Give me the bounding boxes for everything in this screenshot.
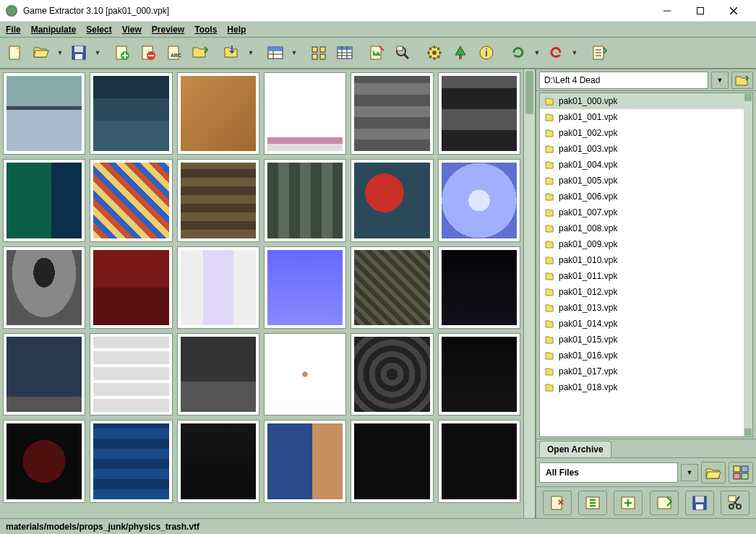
open-folder-button[interactable] <box>701 462 726 483</box>
file-filter[interactable]: All Files <box>539 462 678 483</box>
thumbnail-item[interactable] <box>264 246 346 329</box>
thumbnail-item[interactable] <box>90 420 172 502</box>
menu-view[interactable]: View <box>122 25 142 35</box>
rotate-left-button[interactable] <box>544 40 568 65</box>
table-view-button[interactable] <box>263 40 288 65</box>
remove-file-button[interactable] <box>136 40 160 65</box>
scrollbar-thumb[interactable] <box>744 94 752 101</box>
action-3-button[interactable] <box>614 491 643 515</box>
file-row[interactable]: pak01_003.vpk <box>540 141 752 157</box>
action-4-button[interactable] <box>650 491 679 515</box>
grid-color-button[interactable] <box>729 462 753 483</box>
properties-button[interactable] <box>587 40 611 65</box>
file-row[interactable]: pak01_016.vpk <box>540 348 752 363</box>
thumbnail-item[interactable] <box>264 420 346 502</box>
thumbnail-item[interactable] <box>351 420 433 502</box>
file-row[interactable]: pak01_005.vpk <box>540 173 752 189</box>
preview-button[interactable] <box>364 40 389 65</box>
add-file-button[interactable] <box>110 40 134 65</box>
tree-button[interactable] <box>448 40 473 65</box>
file-row[interactable]: pak01_006.vpk <box>540 189 752 204</box>
scrollbar-thumb[interactable] <box>525 71 533 114</box>
save-disk-button[interactable] <box>66 40 91 65</box>
thumbnail-item[interactable] <box>351 246 433 329</box>
file-row[interactable]: pak01_017.vpk <box>540 363 752 379</box>
file-row[interactable]: pak01_002.vpk <box>540 125 752 141</box>
thumbnail-item[interactable] <box>438 333 520 415</box>
menu-select[interactable]: Select <box>86 25 111 35</box>
toolbar-dropdown[interactable]: ▼ <box>55 40 65 65</box>
thumbnail-item[interactable] <box>351 72 433 155</box>
thumbnail-item[interactable] <box>438 159 520 241</box>
extract-button[interactable] <box>220 40 244 65</box>
scrollbar-thumb[interactable] <box>744 429 752 436</box>
thumbnail-item[interactable] <box>177 159 259 241</box>
menu-preview[interactable]: Preview <box>152 25 184 35</box>
menu-tools[interactable]: Tools <box>194 25 217 35</box>
file-row[interactable]: pak01_011.vpk <box>540 268 752 284</box>
thumbnail-item[interactable] <box>438 420 520 502</box>
file-row[interactable]: pak01_012.vpk <box>540 284 752 300</box>
file-list-scrollbar[interactable] <box>744 93 752 436</box>
menu-manipulate[interactable]: Manipulate <box>31 25 77 35</box>
file-row[interactable]: pak01_000.vpk <box>540 93 752 109</box>
thumbnail-item[interactable] <box>3 420 85 502</box>
import-folder-button[interactable] <box>188 40 212 65</box>
thumbnail-item[interactable] <box>438 246 520 329</box>
thumbnail-item[interactable] <box>438 72 520 155</box>
filter-dropdown[interactable]: ▼ <box>681 464 698 481</box>
thumbnail-item[interactable] <box>3 246 85 329</box>
gear-yellow-button[interactable] <box>422 40 447 65</box>
file-row[interactable]: pak01_008.vpk <box>540 220 752 236</box>
list-view-button[interactable] <box>332 40 357 65</box>
thumbnail-item[interactable] <box>351 333 433 415</box>
menu-file[interactable]: File <box>6 25 21 35</box>
toolbar-dropdown[interactable]: ▼ <box>570 40 580 65</box>
path-input[interactable]: D:\Left 4 Dead <box>539 72 708 89</box>
menu-help[interactable]: Help <box>227 25 246 35</box>
file-row[interactable]: pak01_010.vpk <box>540 252 752 268</box>
action-2-button[interactable] <box>578 491 607 515</box>
path-dropdown[interactable]: ▼ <box>711 72 729 89</box>
info-button[interactable]: i <box>474 40 499 65</box>
thumbnail-item[interactable] <box>3 159 85 241</box>
thumbnail-item[interactable] <box>90 72 172 155</box>
thumbnail-item[interactable] <box>3 333 85 415</box>
thumbnail-item[interactable] <box>264 333 346 415</box>
toolbar-dropdown[interactable]: ▼ <box>93 40 103 65</box>
thumbnail-item[interactable] <box>90 159 172 241</box>
rotate-right-button[interactable] <box>506 40 531 65</box>
file-row[interactable]: pak01_018.vpk <box>540 379 752 395</box>
thumbnail-item[interactable] <box>351 159 433 241</box>
maximize-button[interactable] <box>684 0 717 22</box>
thumbnail-item[interactable] <box>90 333 172 415</box>
thumbnail-item[interactable] <box>3 72 85 155</box>
toolbar-dropdown[interactable]: ▼ <box>246 40 256 65</box>
thumbnail-item[interactable] <box>177 420 259 502</box>
new-archive-button[interactable] <box>3 40 27 65</box>
file-row[interactable]: pak01_007.vpk <box>540 204 752 220</box>
close-button[interactable] <box>717 0 750 22</box>
file-row[interactable]: pak01_015.vpk <box>540 332 752 348</box>
thumbnail-item[interactable] <box>177 72 259 155</box>
open-archive-button[interactable] <box>29 40 53 65</box>
file-row[interactable]: pak01_009.vpk <box>540 236 752 252</box>
save-disk-button[interactable] <box>685 491 714 515</box>
rename-file-button[interactable]: ABC <box>162 40 186 65</box>
minimize-button[interactable] <box>650 0 684 22</box>
toolbar-dropdown[interactable]: ▼ <box>532 40 542 65</box>
thumbnail-item[interactable] <box>90 246 172 329</box>
thumbnail-item[interactable] <box>177 246 259 329</box>
thumbnail-item[interactable] <box>264 159 346 241</box>
file-row[interactable]: pak01_014.vpk <box>540 316 752 332</box>
file-row[interactable]: pak01_013.vpk <box>540 300 752 316</box>
up-folder-button[interactable] <box>731 72 753 89</box>
file-row[interactable]: pak01_001.vpk <box>540 109 752 125</box>
thumbnail-scrollbar[interactable] <box>523 69 535 518</box>
thumbnail-item[interactable] <box>264 72 346 155</box>
cut-button[interactable] <box>721 491 749 515</box>
toolbar-dropdown[interactable]: ▼ <box>289 40 299 65</box>
tab-open-archive[interactable]: Open Archive <box>539 441 611 457</box>
search-button[interactable] <box>390 40 415 65</box>
file-row[interactable]: pak01_004.vpk <box>540 157 752 173</box>
